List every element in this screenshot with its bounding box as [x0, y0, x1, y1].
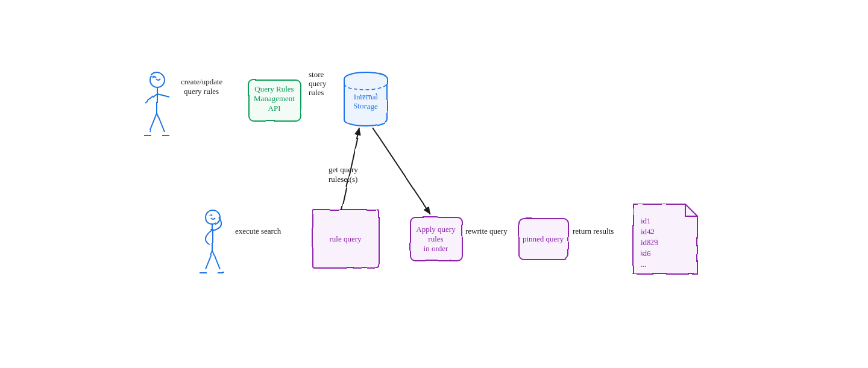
pinned-label: pinned query	[523, 234, 564, 243]
edge-storage-to-apply	[373, 128, 430, 214]
rule-query-node: rule query	[312, 210, 379, 267]
edge-label: get query	[329, 165, 358, 174]
edge-label: ruleset(s)	[329, 175, 357, 184]
edge-rewrite-query: rewrite query	[463, 226, 514, 239]
svg-text:API: API	[268, 104, 281, 113]
svg-text:execute search: execute search	[235, 226, 281, 235]
svg-text:Management: Management	[254, 94, 295, 103]
svg-text:rules: rules	[428, 234, 443, 243]
api-label: Management	[254, 94, 295, 103]
storage-node: Internal Storage	[344, 72, 387, 126]
result-item: id1	[640, 216, 650, 225]
svg-text:id1: id1	[640, 216, 650, 225]
edge-label: query	[309, 79, 327, 88]
edge-create-update: create/update query rules	[171, 77, 245, 100]
svg-text:id6: id6	[640, 248, 650, 257]
svg-text:pinned query: pinned query	[523, 234, 564, 243]
api-label: API	[268, 104, 281, 113]
results-node: id1 id42 id829 id6 ...	[633, 204, 697, 273]
pinned-query-node: pinned query	[518, 218, 568, 259]
edge-label: rules	[309, 88, 324, 97]
svg-text:return results: return results	[573, 226, 614, 235]
svg-text:rule query: rule query	[329, 234, 362, 243]
svg-text:get query: get query	[329, 165, 358, 174]
result-item: id42	[640, 226, 654, 235]
svg-text:in order: in order	[424, 244, 448, 253]
api-label: Query Rules	[254, 84, 294, 93]
storage-label: Storage	[353, 101, 377, 110]
svg-text:create/update: create/update	[181, 77, 223, 86]
svg-line-5	[157, 113, 164, 131]
edge-get-ruleset: get query ruleset(s)	[329, 128, 359, 210]
svg-text:query: query	[309, 79, 327, 88]
svg-text:Query Rules: Query Rules	[254, 84, 294, 93]
apply-rules-node: Apply query rules in order	[410, 217, 462, 260]
svg-point-22	[205, 210, 219, 224]
svg-text:id829: id829	[640, 237, 658, 246]
apply-label: Apply query	[416, 225, 456, 234]
svg-text:Internal: Internal	[353, 92, 378, 101]
edge-label: execute search	[235, 226, 281, 235]
svg-text:rewrite query: rewrite query	[465, 226, 508, 235]
result-item: id829	[640, 237, 658, 246]
svg-text:...: ...	[640, 259, 646, 268]
admin-actor-icon	[143, 72, 169, 135]
edge-store-rules: store query rules	[301, 70, 339, 100]
storage-label: Internal	[353, 92, 378, 101]
svg-text:store: store	[309, 70, 324, 79]
svg-line-35	[373, 128, 430, 214]
svg-text:Apply query: Apply query	[416, 225, 456, 234]
rule-query-label: rule query	[329, 234, 362, 243]
apply-label: rules	[428, 234, 443, 243]
svg-text:query rules: query rules	[184, 87, 219, 96]
search-actor-icon	[199, 210, 224, 272]
edge-label: rewrite query	[465, 226, 508, 235]
api-node: Query Rules Management API	[248, 80, 300, 120]
edge-execute-search: execute search	[225, 226, 307, 239]
apply-label: in order	[424, 244, 448, 253]
result-item: id6	[640, 248, 650, 257]
svg-text:ruleset(s): ruleset(s)	[329, 175, 357, 184]
svg-line-3	[157, 93, 169, 96]
edge-label: create/update	[181, 77, 223, 86]
result-item: ...	[640, 259, 646, 268]
svg-text:Storage: Storage	[353, 101, 377, 110]
svg-line-2	[145, 93, 157, 102]
svg-line-24	[205, 251, 212, 269]
svg-line-25	[212, 251, 219, 269]
svg-text:id42: id42	[640, 226, 654, 235]
edge-return-results: return results	[569, 226, 627, 239]
svg-text:rules: rules	[309, 88, 324, 97]
edge-label: query rules	[184, 87, 219, 96]
edge-label: store	[309, 70, 324, 79]
svg-line-4	[149, 113, 157, 131]
edge-label: return results	[573, 226, 614, 235]
